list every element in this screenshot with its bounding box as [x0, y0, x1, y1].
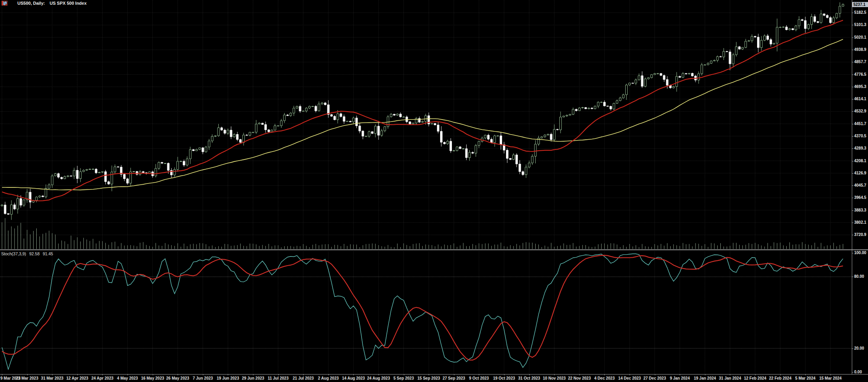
indicator-label: Stoch(37,3,9) 92.58 91.45 — [1, 251, 55, 256]
stoch-main-line — [2, 254, 843, 369]
indicator-signal-value: 91.45 — [43, 251, 53, 256]
price-axis-line — [852, 0, 852, 375]
price-tick-label: 4126.9 — [854, 171, 866, 175]
stoch-tick-label: 100.00 — [854, 251, 866, 255]
price-tick-label: 4208.1 — [854, 159, 866, 163]
price-tick-label: 4045.7 — [854, 184, 866, 187]
indicator-name: Stoch(37,3,9) — [1, 251, 26, 256]
pane-splitter[interactable] — [0, 249, 868, 250]
price-tick-label: 3964.5 — [854, 196, 866, 200]
time-axis[interactable]: 9 Mar 202321 Mar 202331 Mar 202312 Apr 2… — [0, 375, 868, 382]
candle-up-wicks — [2, 2, 843, 220]
price-tick-label: 4370.5 — [854, 134, 866, 138]
chart-bars-icon[interactable] — [9, 1, 15, 6]
stoch-tick-label: 0.00 — [854, 370, 862, 374]
price-tick-label: 5020.1 — [854, 36, 866, 39]
main-grid-layer — [0, 0, 852, 250]
date-tick-label: 15 Mar 2024 — [815, 376, 846, 380]
price-tick-label: 3720.9 — [854, 233, 866, 237]
price-tick-label: 3802.1 — [854, 221, 866, 225]
stoch-tick-label: 20.00 — [854, 346, 864, 350]
main-chart-canvas[interactable] — [0, 0, 852, 250]
indicator-main-value: 92.58 — [29, 251, 39, 256]
trading-chart-window: US500, Daily: US SPX 500 Index Stoch(37,… — [0, 0, 868, 382]
price-tick-label: 4776.5 — [854, 73, 866, 77]
price-tick-label: 4938.9 — [854, 48, 866, 52]
stoch-grid-layer — [0, 251, 852, 374]
current-price-value: 5237.1 — [853, 2, 866, 7]
stochastic-canvas[interactable] — [0, 251, 852, 374]
volume-layer — [2, 218, 843, 249]
chart-symbol-period: US500, Daily: — [17, 1, 45, 6]
candle-down-wicks — [5, 13, 831, 215]
current-price-box: 5237.1 — [852, 2, 868, 7]
price-tick-label: 5182.5 — [854, 11, 866, 15]
price-tick-label: 4695.3 — [854, 85, 866, 89]
price-tick-label: 4532.9 — [854, 109, 866, 113]
stoch-signal-line — [2, 255, 843, 360]
fast-ma-line — [2, 20, 843, 201]
price-tick-label: 4289.3 — [854, 146, 866, 150]
chart-title: US500, Daily: US SPX 500 Index — [17, 1, 86, 6]
time-axis-line — [0, 374, 868, 375]
price-tick-label: 4857.7 — [854, 60, 866, 64]
candles-down-layer — [4, 14, 831, 214]
price-tick-label: 3883.3 — [854, 208, 866, 212]
stoch-tick-label: 80.00 — [854, 275, 864, 279]
chart-title-bar: US500, Daily: US SPX 500 Index — [2, 1, 86, 6]
chart-symbol-description: US SPX 500 Index — [50, 1, 87, 6]
price-axis[interactable]: 5182.55101.35020.14938.94857.74776.54695… — [852, 0, 868, 374]
price-tick-label: 4451.7 — [854, 122, 866, 126]
price-tick-label: 4614.1 — [854, 97, 866, 101]
slow-ma-line — [2, 39, 843, 190]
price-tick-label: 5101.3 — [854, 23, 866, 27]
